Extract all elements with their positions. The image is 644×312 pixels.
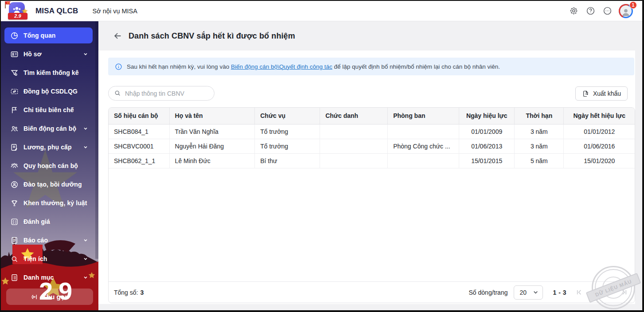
back-button[interactable] bbox=[113, 31, 123, 41]
last-page-icon[interactable] bbox=[620, 288, 628, 297]
cell-term: 3 năm bbox=[515, 139, 564, 153]
cell-full-name: Trần Văn Nghĩa bbox=[169, 124, 255, 139]
salary-doc-icon bbox=[10, 143, 19, 152]
sidebar-item-tim-kiem-thong-ke[interactable]: Tìm kiếm thống kê bbox=[4, 65, 93, 81]
sidebar-nav: Tổng quan Hồ sơ Tìm kiếm thống kê bbox=[1, 21, 98, 285]
results-table-card: Số hiệu cán bộ Họ và tên Chức vụ Chức da… bbox=[108, 107, 635, 303]
cell-position: Bí thư bbox=[255, 153, 320, 168]
topbar: ★ 2.9 MISA QLCB Sở nội vụ MISA bbox=[1, 1, 642, 21]
chevron-down-icon bbox=[83, 238, 88, 243]
trophy-icon bbox=[10, 199, 19, 207]
more-icon[interactable] bbox=[599, 3, 616, 20]
total-value: 3 bbox=[140, 289, 144, 296]
sidebar-item-label: Tổng quan bbox=[23, 32, 55, 39]
total-label: Tổng số: bbox=[114, 289, 138, 296]
organization-name: Sở nội vụ MISA bbox=[93, 8, 137, 15]
sidebar-item-luong-phu-cap[interactable]: Lương, phụ cấp bbox=[4, 139, 93, 155]
collapse-sidebar-button[interactable]: Thu gọn bbox=[6, 289, 93, 305]
sidebar-item-tong-quan[interactable]: Tổng quan bbox=[4, 27, 93, 43]
cell-expiry-date: 15/01/2020 bbox=[564, 153, 635, 168]
banner-link[interactable]: Biến động cán bộ\Quyết định công tác bbox=[231, 63, 332, 70]
rows-per-page-label: Số dòng/trang bbox=[469, 289, 508, 296]
sidebar-item-label: Khen thưởng, kỷ luật bbox=[23, 199, 87, 207]
column-header: Họ và tên bbox=[169, 108, 255, 124]
sidebar-item-label: Quy hoạch cán bộ bbox=[23, 162, 78, 169]
cell-title bbox=[320, 124, 388, 139]
collapse-label: Thu gọn bbox=[43, 293, 69, 300]
export-button[interactable]: Xuất khẩu bbox=[575, 86, 628, 101]
category-list-icon bbox=[10, 273, 19, 282]
first-page-icon[interactable] bbox=[574, 288, 583, 297]
cell-effective-date: 01/01/2009 bbox=[459, 124, 515, 139]
cell-expiry-date: 01/06/2016 bbox=[564, 139, 635, 153]
logo-version-ribbon: 2.9 bbox=[8, 13, 27, 20]
column-header: Thời hạn bbox=[515, 108, 564, 124]
report-icon bbox=[10, 236, 19, 245]
sidebar-item-label: Đồng bộ CSDLQG bbox=[23, 88, 78, 95]
page-header: Danh sách CBNV sắp hết kì được bổ nhiệm bbox=[98, 21, 642, 51]
banner-text-after: để lập quyết định bổ nhiệm/bổ nhiệm lại … bbox=[332, 63, 500, 70]
cell-effective-date: 01/06/2013 bbox=[459, 139, 515, 153]
chevron-down-icon bbox=[533, 289, 539, 295]
cell-title bbox=[320, 153, 388, 168]
sidebar-item-bien-dong-can-bo[interactable]: Biến động cán bộ bbox=[4, 121, 93, 136]
cell-effective-date: 15/01/2015 bbox=[459, 153, 515, 168]
sync-database-icon bbox=[10, 87, 19, 96]
flag-icon bbox=[10, 105, 19, 114]
next-page-icon[interactable] bbox=[605, 288, 613, 297]
table-row[interactable]: SHCBVC0001 Nguyễn Hải Đăng Tổ trưởng Phò… bbox=[109, 139, 635, 153]
table-empty-space bbox=[109, 168, 635, 282]
sidebar-item-quy-hoach-can-bo[interactable]: Quy hoạch cán bộ bbox=[4, 158, 93, 174]
column-header: Chức danh bbox=[320, 108, 388, 124]
cell-term: 5 năm bbox=[515, 153, 564, 168]
sidebar-item-chi-tieu-bien-che[interactable]: Chỉ tiêu biên chế bbox=[4, 102, 93, 118]
sidebar-item-label: Báo cáo bbox=[23, 237, 48, 244]
sidebar-item-danh-muc[interactable]: Danh mục bbox=[4, 269, 93, 285]
help-icon[interactable] bbox=[582, 3, 599, 20]
cell-employee-code: SHCB084_1 bbox=[109, 124, 169, 139]
chevron-down-icon bbox=[83, 126, 88, 131]
page-title: Danh sách CBNV sắp hết kì được bổ nhiệm bbox=[129, 31, 295, 41]
chevron-down-icon bbox=[83, 275, 88, 280]
table-row[interactable]: SHCB062_1_1 Lê Minh Đức Bí thư 15/01/201… bbox=[109, 153, 635, 168]
magnifier-icon bbox=[10, 254, 19, 263]
column-header: Chức vụ bbox=[255, 108, 320, 124]
results-table: Số hiệu cán bộ Họ và tên Chức vụ Chức da… bbox=[109, 108, 635, 168]
avatar[interactable]: 1 bbox=[617, 1, 636, 21]
notification-badge: 1 bbox=[629, 1, 637, 9]
sidebar-item-dong-bo-csdlqg[interactable]: Đồng bộ CSDLQG bbox=[4, 83, 93, 99]
rows-per-page-select[interactable]: 20 bbox=[514, 285, 543, 300]
training-icon bbox=[10, 180, 19, 189]
chevron-down-icon bbox=[83, 256, 88, 261]
search-icon bbox=[114, 90, 121, 97]
sidebar-item-label: Đào tạo, bồi dưỡng bbox=[23, 181, 82, 188]
export-icon bbox=[582, 90, 589, 98]
collapse-icon bbox=[31, 293, 39, 301]
cell-full-name: Nguyễn Hải Đăng bbox=[169, 139, 255, 153]
column-header: Phòng ban bbox=[388, 108, 459, 124]
settings-icon[interactable] bbox=[565, 3, 582, 20]
cell-department: Phòng Công chức ... bbox=[388, 139, 459, 153]
table-row[interactable]: SHCB084_1 Trần Văn Nghĩa Tổ trưởng 01/01… bbox=[109, 124, 635, 139]
banner-text-before: Sau khi hết hạn nhiệm kỳ, vui lòng vào bbox=[127, 63, 231, 70]
previous-page-icon[interactable] bbox=[589, 288, 598, 297]
sidebar-item-ho-so[interactable]: Hồ sơ bbox=[4, 46, 93, 62]
people-change-icon bbox=[10, 124, 19, 133]
sidebar-item-label: Biến động cán bộ bbox=[23, 125, 76, 132]
column-header: Số hiệu cán bộ bbox=[109, 108, 169, 124]
main-panel: Sau khi hết hạn nhiệm kỳ, vui lòng vào B… bbox=[98, 51, 635, 304]
checklist-icon bbox=[10, 217, 19, 226]
sidebar-item-label: Danh mục bbox=[23, 274, 54, 281]
sidebar-item-label: Tìm kiếm thống kê bbox=[23, 69, 79, 76]
search-input[interactable] bbox=[108, 86, 215, 101]
table-header-row: Số hiệu cán bộ Họ và tên Chức vụ Chức da… bbox=[109, 108, 635, 124]
sidebar-item-dao-tao-boi-duong[interactable]: Đào tạo, bồi dưỡng bbox=[4, 176, 93, 192]
sidebar-item-bao-cao[interactable]: Báo cáo bbox=[4, 232, 93, 248]
app-window: ★ 2.9 MISA QLCB Sở nội vụ MISA bbox=[0, 0, 644, 312]
sidebar-item-tien-ich[interactable]: Tiện ích bbox=[4, 251, 93, 267]
sidebar-item-danh-gia[interactable]: Đánh giá bbox=[4, 214, 93, 230]
sidebar-item-label: Hồ sơ bbox=[23, 51, 42, 58]
sidebar-item-khen-thuong-ky-luat[interactable]: Khen thưởng, kỷ luật bbox=[4, 195, 93, 211]
rows-per-page-value: 20 bbox=[519, 289, 527, 296]
cell-department bbox=[388, 153, 459, 168]
